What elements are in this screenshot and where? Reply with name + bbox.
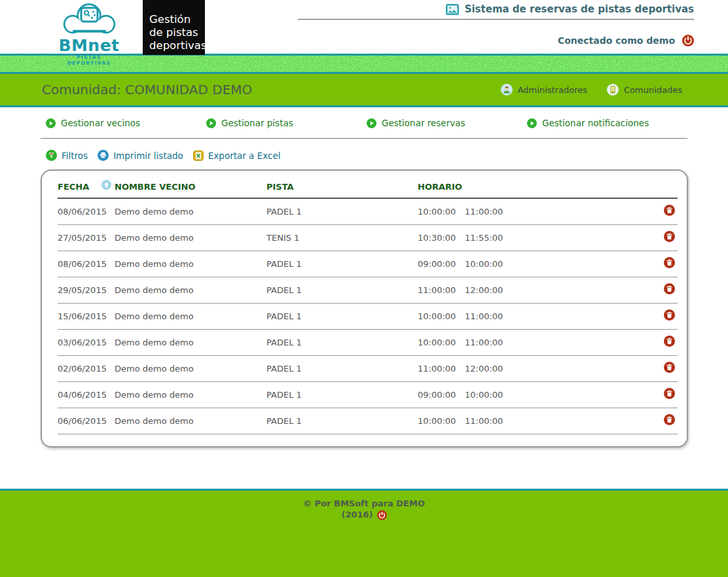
- system-title: Sistema de reservas de pistas deportivas: [446, 3, 694, 15]
- system-title-text: Sistema de reservas de pistas deportivas: [465, 3, 694, 15]
- cell-horario: 10:00:0011:00:00: [418, 330, 650, 356]
- main-menu: Gestionar vecinos Gestionar pistas Gesti…: [41, 118, 687, 139]
- logo-tagline: PISTAS DEPORTIVAS: [56, 54, 122, 66]
- exportar-excel-button[interactable]: Exportar a Excel: [193, 150, 281, 161]
- reservation-row: 03/06/2015 Demo demo demo PADEL 1 10:00:…: [58, 330, 678, 356]
- filter-funnel-circle-icon: [46, 150, 57, 161]
- cloud-folder-icon: [58, 2, 121, 36]
- comunidades-link[interactable]: Comunidades: [607, 84, 682, 96]
- menu-label: Gestionar pistas: [221, 118, 293, 128]
- menu-gestionar-pistas[interactable]: Gestionar pistas: [206, 118, 367, 128]
- logo-brand-text: BMnet: [56, 37, 122, 54]
- footer-power-icon[interactable]: [377, 510, 387, 520]
- administradores-link[interactable]: Administradores: [501, 84, 587, 96]
- cell-fecha: 08/06/2015: [58, 251, 115, 277]
- hora-inicio: 10:00:00: [418, 338, 465, 347]
- delete-reservation-button[interactable]: [664, 309, 675, 321]
- exportar-label: Exportar a Excel: [208, 150, 281, 161]
- imprimir-listado-button[interactable]: Imprimir listado: [98, 150, 183, 161]
- bmnet-logo[interactable]: BMnet PISTAS DEPORTIVAS: [56, 2, 122, 66]
- hora-inicio: 10:00:00: [418, 416, 465, 426]
- cell-horario: 09:00:0010:00:00: [418, 382, 650, 408]
- delete-reservation-button[interactable]: [664, 257, 675, 268]
- delete-reservation-button[interactable]: [664, 205, 675, 216]
- cell-nombre-vecino: Demo demo demo: [115, 408, 266, 434]
- reservation-row: 02/06/2015 Demo demo demo PADEL 1 11:00:…: [58, 356, 678, 382]
- hora-inicio: 11:00:00: [418, 364, 465, 374]
- community-title: Comunidad: COMUNIDAD DEMO: [42, 82, 252, 97]
- play-circle-icon: [527, 118, 537, 128]
- cell-pista: PADEL 1: [266, 382, 418, 408]
- cell-pista: PADEL 1: [266, 356, 418, 382]
- reservation-row: 06/06/2015 Demo demo demo PADEL 1 10:00:…: [58, 408, 678, 434]
- hora-inicio: 10:00:00: [418, 311, 465, 321]
- cell-fecha: 29/05/2015: [58, 277, 115, 304]
- footer-year: (2016): [341, 510, 373, 521]
- reservation-row: 08/06/2015 Demo demo demo PADEL 1 10:00:…: [58, 198, 678, 225]
- delete-reservation-button[interactable]: [664, 336, 675, 347]
- cell-pista: PADEL 1: [266, 330, 418, 356]
- cell-actions: [650, 382, 678, 408]
- cell-horario: 11:00:0012:00:00: [418, 356, 650, 382]
- logout-power-icon[interactable]: [682, 35, 694, 46]
- hora-fin: 11:00:00: [465, 416, 503, 426]
- delete-reservation-button[interactable]: [664, 388, 675, 399]
- filtros-label: Filtros: [62, 150, 88, 161]
- menu-label: Gestionar reservas: [382, 118, 465, 128]
- cell-actions: [650, 356, 678, 382]
- reservation-row: 08/06/2015 Demo demo demo PADEL 1 09:00:…: [58, 251, 678, 277]
- trash-icon: [664, 257, 675, 268]
- cell-nombre-vecino: Demo demo demo: [115, 330, 266, 356]
- cell-fecha: 02/06/2015: [58, 356, 115, 382]
- menu-label: Gestionar vecinos: [61, 118, 140, 128]
- menu-gestionar-reservas[interactable]: Gestionar reservas: [367, 118, 527, 128]
- reservation-row: 29/05/2015 Demo demo demo PADEL 1 11:00:…: [58, 277, 678, 304]
- app-title-line: de pistas: [149, 26, 205, 39]
- hora-fin: 10:00:00: [465, 390, 503, 400]
- menu-gestionar-notificaciones[interactable]: Gestionar notificaciones: [527, 118, 687, 128]
- cell-actions: [650, 277, 678, 304]
- cell-nombre-vecino: Demo demo demo: [115, 356, 266, 382]
- menu-gestionar-vecinos[interactable]: Gestionar vecinos: [46, 118, 206, 128]
- reservation-row: 04/06/2015 Demo demo demo PADEL 1 09:00:…: [58, 382, 678, 408]
- hora-fin: 10:00:00: [465, 259, 503, 269]
- trash-icon: [664, 414, 675, 425]
- cell-pista: TENIS 1: [266, 225, 418, 251]
- reservations-panel: FECHA NOMBRE VECINO PISTA HORARIO: [41, 169, 688, 447]
- printer-circle-icon: [98, 150, 109, 161]
- footer: © Por BMSoft para DEMO (2016): [0, 489, 728, 577]
- cell-horario: 10:00:0011:00:00: [418, 304, 650, 330]
- cell-horario: 10:30:0011:55:00: [418, 225, 650, 251]
- hora-fin: 11:55:00: [465, 233, 503, 243]
- play-circle-icon: [367, 118, 376, 128]
- person-avatar-icon: [501, 84, 513, 96]
- cell-horario: 11:00:0012:00:00: [418, 277, 650, 304]
- play-circle-icon: [206, 118, 216, 128]
- table-header-row: FECHA NOMBRE VECINO PISTA HORARIO: [58, 179, 678, 198]
- community-links: Administradores Comunidades: [501, 84, 682, 96]
- cell-nombre-vecino: Demo demo demo: [115, 382, 266, 408]
- delete-reservation-button[interactable]: [664, 414, 675, 425]
- footer-line1: © Por BMSoft para DEMO: [0, 498, 728, 510]
- delete-reservation-button[interactable]: [664, 231, 675, 242]
- header-nombre-vecino: NOMBRE VECINO: [115, 179, 266, 198]
- hora-inicio: 11:00:00: [418, 285, 465, 295]
- sort-up-icon[interactable]: [101, 180, 111, 192]
- delete-reservation-button[interactable]: [664, 283, 675, 294]
- comunidades-label: Comunidades: [624, 85, 682, 95]
- filtros-button[interactable]: Filtros: [46, 150, 88, 161]
- administradores-label: Administradores: [518, 85, 587, 95]
- cell-pista: PADEL 1: [266, 277, 418, 304]
- trash-icon: [664, 388, 675, 399]
- cell-actions: [650, 304, 678, 330]
- delete-reservation-button[interactable]: [664, 362, 675, 373]
- hora-fin: 12:00:00: [465, 364, 503, 374]
- cell-pista: PADEL 1: [266, 304, 418, 330]
- reservations-tbody: 08/06/2015 Demo demo demo PADEL 1 10:00:…: [58, 198, 678, 434]
- trash-icon: [664, 336, 675, 347]
- app-title-line: Gestión: [149, 13, 205, 26]
- trash-icon: [664, 309, 675, 321]
- header-divider: [298, 19, 694, 20]
- cell-nombre-vecino: Demo demo demo: [115, 225, 266, 251]
- hora-fin: 12:00:00: [465, 285, 503, 295]
